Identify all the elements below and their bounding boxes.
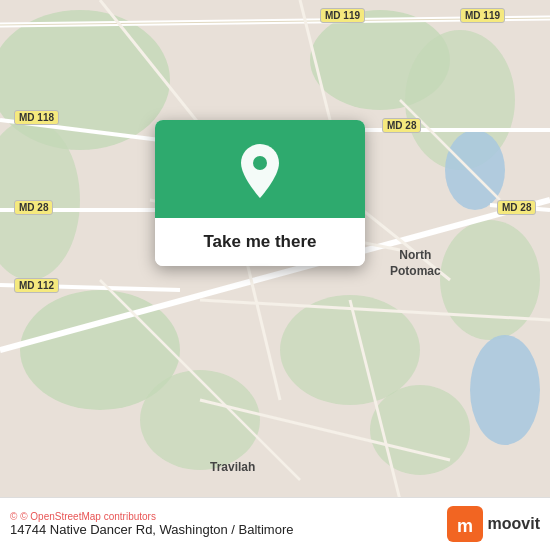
svg-point-4 bbox=[140, 370, 260, 470]
road-label-md28-right: MD 28 bbox=[497, 200, 536, 215]
popup-card: Take me there bbox=[155, 120, 365, 266]
svg-text:m: m bbox=[457, 516, 473, 536]
svg-point-9 bbox=[370, 385, 470, 475]
place-label-north-potomac: NorthPotomac bbox=[390, 248, 441, 279]
bottom-bar: © © OpenStreetMap contributors 14744 Nat… bbox=[0, 497, 550, 550]
osm-credit: © © OpenStreetMap contributors bbox=[10, 511, 294, 522]
bottom-info: © © OpenStreetMap contributors 14744 Nat… bbox=[10, 511, 294, 537]
svg-point-10 bbox=[445, 130, 505, 210]
road-label-md28-left: MD 28 bbox=[14, 200, 53, 215]
road-label-md119-top: MD 119 bbox=[320, 8, 365, 23]
popup-green-area bbox=[155, 120, 365, 218]
location-pin-icon bbox=[236, 142, 284, 200]
road-label-md119-top-right: MD 119 bbox=[460, 8, 505, 23]
svg-point-11 bbox=[470, 335, 540, 445]
road-label-md112: MD 112 bbox=[14, 278, 59, 293]
moovit-brand-icon: m bbox=[447, 506, 483, 542]
svg-point-30 bbox=[253, 156, 267, 170]
moovit-text: moovit bbox=[488, 515, 540, 533]
osm-text: © OpenStreetMap contributors bbox=[20, 511, 156, 522]
place-label-travilah: Travilah bbox=[210, 460, 255, 474]
take-me-there-button[interactable]: Take me there bbox=[155, 218, 365, 266]
address-text: 14744 Native Dancer Rd, Washington / Bal… bbox=[10, 522, 294, 537]
moovit-logo: m moovit bbox=[447, 506, 540, 542]
map-container: MD 119 MD 119 MD 118 MD 28 MD 28 MD 28 M… bbox=[0, 0, 550, 550]
svg-point-7 bbox=[440, 220, 540, 340]
road-label-md118: MD 118 bbox=[14, 110, 59, 125]
road-label-md28-right-top: MD 28 bbox=[382, 118, 421, 133]
map-background bbox=[0, 0, 550, 550]
copyright-symbol: © bbox=[10, 511, 17, 522]
